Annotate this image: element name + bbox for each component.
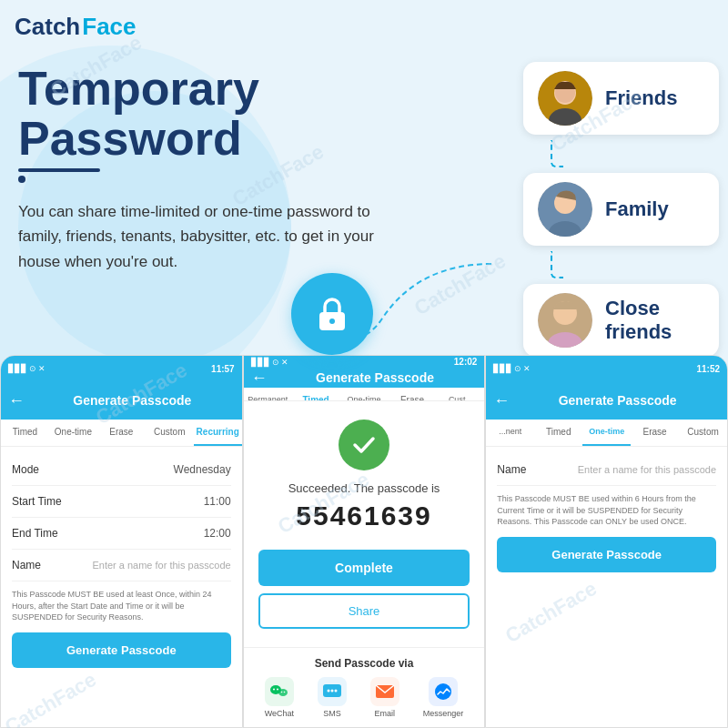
success-screen: Succeeded. The passcode is 55461639 Comp… bbox=[244, 401, 485, 647]
tab-custom-right[interactable]: Custom bbox=[679, 420, 727, 446]
status-bar-right: ▊▊▊ ⊙ ✕ 11:52 bbox=[486, 356, 727, 381]
tab-erase-right[interactable]: Erase bbox=[631, 420, 679, 446]
status-time-right: 11:52 bbox=[696, 364, 720, 374]
form-row-name-right: Name Enter a name for this passcode bbox=[497, 454, 716, 486]
form-row-end: End Time 12:00 bbox=[12, 518, 231, 550]
tab-timed-middle[interactable]: Timed bbox=[292, 388, 340, 401]
status-bar-left: ▊▊▊ ⊙ ✕ 11:57 bbox=[1, 356, 242, 381]
hero-description: You can share time-limited or one-time p… bbox=[18, 199, 410, 274]
nav-bar-right: ← Generate Passcode bbox=[486, 381, 727, 420]
send-sms[interactable]: SMS bbox=[318, 677, 347, 718]
tab-onetime-right[interactable]: One-time bbox=[582, 420, 631, 446]
phone-screen-middle: ▊▊▊ ⊙ ✕ 12:02 ← Generate Passcode Perman… bbox=[243, 355, 486, 728]
phone-screen-left: ▊▊▊ ⊙ ✕ 11:57 ← Generate Passcode Timed … bbox=[0, 355, 243, 728]
persona-card-family: Family bbox=[523, 173, 719, 246]
email-icon bbox=[370, 677, 399, 706]
connector1 bbox=[551, 140, 563, 167]
title-underline bbox=[18, 168, 100, 172]
label-mode: Mode bbox=[12, 463, 39, 476]
label-name-right: Name bbox=[497, 463, 526, 476]
tab-timed-left[interactable]: Timed bbox=[1, 420, 49, 446]
status-icons-left: ▊▊▊ ⊙ ✕ bbox=[8, 364, 46, 373]
input-name-right[interactable]: Enter a name for this passcode bbox=[578, 464, 716, 475]
complete-button[interactable]: Complete bbox=[258, 550, 470, 586]
generate-btn-left[interactable]: Generate Passcode bbox=[12, 632, 231, 668]
persona-label-family: Family bbox=[605, 197, 669, 221]
value-start-time: 11:00 bbox=[204, 495, 231, 508]
svg-point-16 bbox=[281, 692, 283, 693]
persona-cards: Friends Family Close friends bbox=[523, 62, 719, 357]
tab-cust-middle[interactable]: Cust... bbox=[436, 388, 484, 401]
label-end-time: End Time bbox=[12, 527, 58, 540]
tab-onetime-middle[interactable]: One-time bbox=[340, 388, 389, 401]
send-icons-row: WeChat SMS bbox=[253, 677, 476, 718]
title-dot bbox=[18, 176, 25, 183]
send-messenger[interactable]: Messenger bbox=[423, 677, 464, 718]
status-icons-right: ▊▊▊ ⊙ ✕ bbox=[493, 364, 531, 373]
email-symbol bbox=[374, 681, 396, 703]
status-time-left: 11:57 bbox=[211, 364, 235, 374]
form-right: Name Enter a name for this passcode This… bbox=[486, 447, 727, 727]
back-button-right[interactable]: ← bbox=[493, 391, 510, 410]
nav-bar-left: ← Generate Passcode bbox=[1, 381, 242, 420]
tab-erase-left[interactable]: Erase bbox=[97, 420, 146, 446]
tab-erase-middle[interactable]: Erase bbox=[388, 388, 436, 401]
messenger-icon bbox=[429, 677, 458, 706]
tab-timed-right[interactable]: Timed bbox=[534, 420, 582, 446]
input-name-left[interactable]: Enter a name for this passcode bbox=[92, 560, 230, 571]
checkmark-icon bbox=[350, 431, 378, 459]
label-start-time: Start Time bbox=[12, 495, 62, 508]
form-left: Mode Wednesday Start Time 11:00 End Time… bbox=[1, 447, 242, 727]
nav-title-left: Generate Passcode bbox=[30, 393, 235, 408]
passcode-display: 55461639 bbox=[296, 500, 431, 531]
phones-container: ▊▊▊ ⊙ ✕ 11:57 ← Generate Passcode Timed … bbox=[0, 355, 728, 728]
back-button-middle[interactable]: ← bbox=[251, 369, 268, 388]
form-row-name-left: Name Enter a name for this passcode bbox=[12, 550, 231, 581]
send-wechat-label: WeChat bbox=[265, 709, 294, 718]
sms-symbol bbox=[321, 681, 343, 703]
back-button-left[interactable]: ← bbox=[8, 391, 25, 410]
send-email[interactable]: Email bbox=[370, 677, 399, 718]
notice-text-right: This Passcode MUST BE used within 6 Hour… bbox=[497, 493, 716, 528]
form-row-start: Start Time 11:00 bbox=[12, 486, 231, 518]
hero-title: Temporary Password bbox=[18, 64, 482, 163]
avatar-friends bbox=[538, 71, 592, 126]
generate-btn-right[interactable]: Generate Passcode bbox=[497, 537, 716, 572]
lock-icon bbox=[312, 294, 352, 334]
svg-point-19 bbox=[327, 690, 329, 693]
send-email-label: Email bbox=[375, 709, 396, 718]
persona-card-close-friends: Close friends bbox=[523, 284, 719, 357]
tab-permanent-middle[interactable]: Permanent bbox=[244, 388, 292, 401]
share-button[interactable]: Share bbox=[258, 593, 470, 629]
tab-permanent-right[interactable]: ...nent bbox=[486, 420, 534, 446]
form-row-mode: Mode Wednesday bbox=[12, 454, 231, 486]
messenger-symbol bbox=[432, 681, 454, 703]
persona-label-friends: Friends bbox=[605, 86, 677, 110]
connector2 bbox=[551, 251, 563, 278]
svg-point-13 bbox=[273, 689, 275, 691]
value-end-time: 12:00 bbox=[204, 527, 231, 540]
phone-screen-right: ▊▊▊ ⊙ ✕ 11:52 ← Generate Passcode ...nen… bbox=[485, 355, 728, 728]
logo-catch: Catch bbox=[15, 13, 80, 41]
persona-label-close-friends: Close friends bbox=[605, 297, 704, 344]
svg-point-14 bbox=[277, 689, 278, 691]
tab-recurring-left[interactable]: Recurring bbox=[194, 420, 242, 446]
send-via-title: Send Passcode via bbox=[253, 657, 476, 670]
svg-point-11 bbox=[329, 318, 335, 324]
success-check-icon bbox=[339, 420, 389, 470]
svg-point-20 bbox=[330, 690, 333, 693]
nav-title-right: Generate Passcode bbox=[515, 393, 720, 408]
send-wechat[interactable]: WeChat bbox=[265, 677, 294, 718]
persona-card-friends: Friends bbox=[523, 62, 719, 135]
status-icons-middle: ▊▊▊ ⊙ ✕ bbox=[251, 358, 288, 367]
tab-bar-middle: Permanent Timed One-time Erase Cust... bbox=[244, 388, 485, 401]
lock-icon-circle bbox=[291, 273, 373, 355]
avatar-close-friends bbox=[538, 293, 592, 348]
send-via-section: Send Passcode via WeChat bbox=[244, 647, 485, 727]
svg-point-21 bbox=[334, 690, 337, 693]
sms-icon bbox=[318, 677, 347, 706]
tab-onetime-left[interactable]: One-time bbox=[49, 420, 97, 446]
nav-title-middle: Generate Passcode bbox=[273, 370, 478, 385]
tab-custom-left[interactable]: Custom bbox=[146, 420, 194, 446]
svg-point-17 bbox=[284, 692, 286, 693]
